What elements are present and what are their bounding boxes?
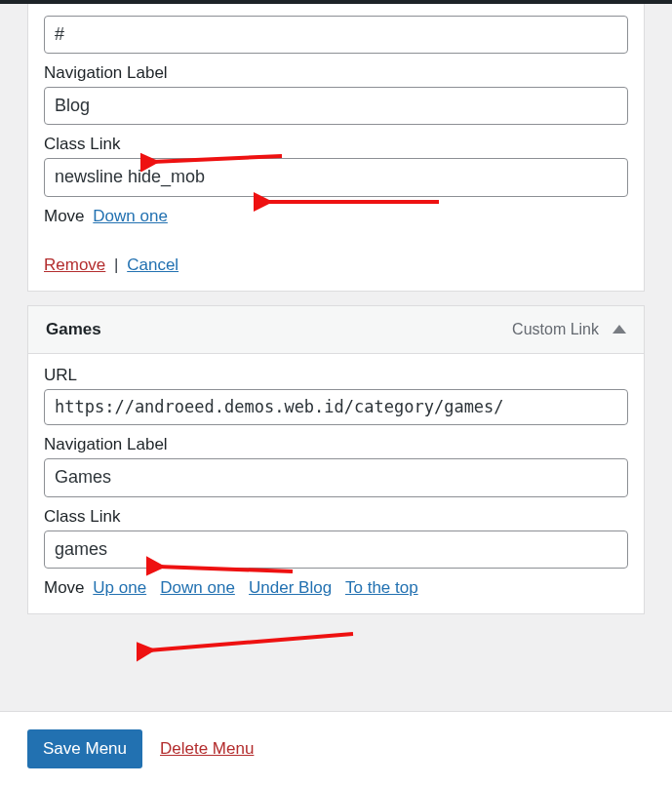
footer-bar: Save Menu Delete Menu <box>0 711 672 786</box>
menu-item-games-title: Games <box>46 320 101 339</box>
url-title-games: URL <box>44 366 628 385</box>
menu-item-games-header[interactable]: Games Custom Link <box>27 305 645 354</box>
menu-item-blog-body: Navigation Label Class Link Move Down on… <box>27 4 645 292</box>
move-down-link-games[interactable]: Down one <box>160 578 235 597</box>
remove-link-blog[interactable]: Remove <box>44 255 105 274</box>
move-down-link-blog[interactable]: Down one <box>93 207 168 225</box>
class-link-title-games: Class Link <box>44 507 628 527</box>
annotation-arrow-icon <box>137 626 361 665</box>
collapse-icon <box>613 325 626 334</box>
cancel-link-blog[interactable]: Cancel <box>127 255 178 274</box>
url-input-games[interactable] <box>44 389 628 426</box>
menu-item-type-label: Custom Link <box>512 321 599 338</box>
move-label-games: Move <box>44 578 85 597</box>
move-top-link-games[interactable]: To the top <box>345 578 418 597</box>
class-link-input-blog[interactable] <box>44 158 628 196</box>
move-up-link-games[interactable]: Up one <box>93 578 146 597</box>
move-label-blog: Move <box>44 207 85 225</box>
delete-menu-link[interactable]: Delete Menu <box>160 739 254 759</box>
nav-label-input-games[interactable] <box>44 458 628 496</box>
save-menu-button[interactable]: Save Menu <box>27 729 142 768</box>
nav-label-title-games: Navigation Label <box>44 435 628 454</box>
menu-item-games-body: URL Navigation Label Class Link Move Up … <box>27 354 645 614</box>
action-sep: | <box>114 255 118 274</box>
class-link-title-blog: Class Link <box>44 135 628 154</box>
move-under-link-games[interactable]: Under Blog <box>249 578 332 597</box>
svg-line-3 <box>148 634 353 650</box>
url-input-blog[interactable] <box>44 16 628 54</box>
nav-label-title-blog: Navigation Label <box>44 63 628 83</box>
class-link-input-games[interactable] <box>44 531 628 569</box>
nav-label-input-blog[interactable] <box>44 87 628 125</box>
